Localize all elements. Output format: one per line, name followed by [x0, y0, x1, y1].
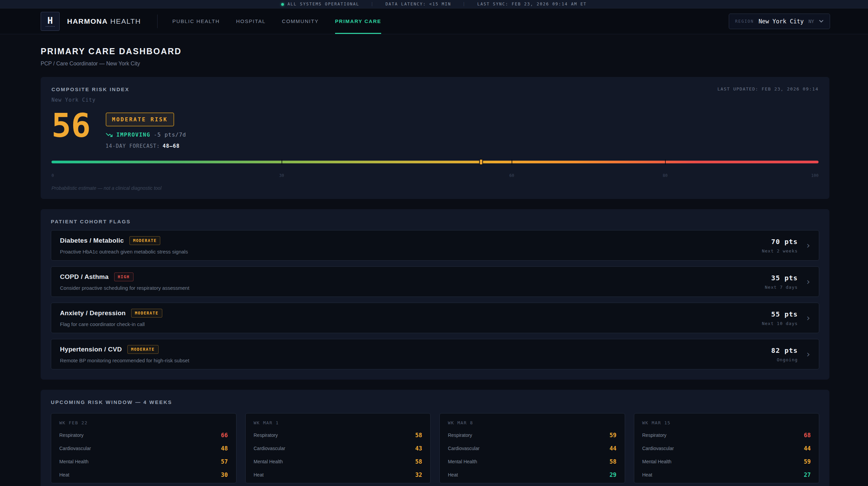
scale-tick-60: [512, 159, 512, 165]
chevron-right-icon[interactable]: ›: [807, 277, 810, 286]
harmona-logo[interactable]: H: [41, 12, 60, 31]
top-navigation: H HARMONA HEALTH PUBLIC HEALTH HOSPITAL …: [0, 8, 868, 34]
forecast-label: 14-DAY FORECAST:: [106, 143, 160, 149]
scale-tick-80: [665, 159, 666, 165]
tab-public-health[interactable]: PUBLIC HEALTH: [172, 8, 220, 34]
cohort-flags-card: PATIENT COHORT FLAGS Diabetes / Metaboli…: [41, 209, 829, 380]
week-label: WK MAR 1: [254, 420, 422, 425]
page-subtitle: PCP / Care Coordinator — New York City: [41, 61, 829, 67]
scale-label-80: 80: [663, 173, 667, 178]
metric-value: 48: [221, 445, 228, 452]
metric-value: 29: [609, 471, 616, 478]
metric-name: Heat: [448, 472, 458, 478]
cohort-row-anxiety[interactable]: Anxiety / Depression MODERATE Flag for c…: [51, 303, 819, 333]
status-dot-icon: [281, 3, 284, 6]
metric-value: 58: [415, 458, 422, 465]
metric-value: 27: [804, 471, 811, 478]
metric-value: 66: [221, 432, 228, 439]
region-value: New York City: [759, 18, 804, 25]
metric-value: 58: [415, 432, 422, 439]
metric-value: 59: [804, 458, 811, 465]
chevron-right-icon[interactable]: ›: [807, 350, 810, 359]
metric-value: 68: [804, 432, 811, 439]
composite-risk-region: New York City: [51, 97, 819, 103]
brand-name: HARMONA HEALTH: [67, 17, 141, 25]
risk-scale: [51, 159, 819, 168]
brand-secondary: HEALTH: [110, 17, 141, 25]
region-selector[interactable]: REGION New York City NY: [729, 14, 830, 29]
risk-window-title: UPCOMING RISK WINDOW — 4 WEEKS: [51, 399, 819, 405]
trend-label: IMPROVING: [117, 131, 150, 138]
system-status-bar: ALL SYSTEMS OPERATIONAL | DATA LATENCY: …: [0, 0, 868, 8]
severity-badge: MODERATE: [131, 309, 162, 318]
brand-primary: HARMONA: [67, 17, 108, 25]
metric-name: Heat: [642, 472, 653, 478]
metric-value: 32: [415, 471, 422, 478]
chevron-right-icon[interactable]: ›: [807, 313, 810, 322]
metric-name: Mental Health: [448, 459, 477, 464]
region-code: NY: [808, 19, 814, 24]
nav-tabs: PUBLIC HEALTH HOSPITAL COMMUNITY PRIMARY…: [172, 8, 381, 34]
metric-value: 30: [221, 471, 228, 478]
week-label: WK MAR 15: [642, 420, 811, 425]
cohort-window: Next 10 days: [762, 321, 798, 326]
cohort-points: 82 pts: [771, 346, 798, 355]
cohort-name: Hypertension / CVD: [60, 346, 122, 353]
week-label: WK FEB 22: [59, 420, 228, 425]
risk-scale-labels: 0 30 60 80 100: [51, 173, 819, 178]
risk-window-card: UPCOMING RISK WINDOW — 4 WEEKS WK FEB 22…: [41, 390, 829, 486]
page-title: PRIMARY CARE DASHBOARD: [41, 46, 829, 56]
last-updated: LAST UPDATED: FEB 23, 2026 09:14: [718, 86, 819, 92]
metric-name: Cardiovascular: [448, 446, 479, 451]
composite-risk-title: COMPOSITE RISK INDEX: [51, 86, 129, 92]
region-label: REGION: [735, 19, 754, 24]
tab-community[interactable]: COMMUNITY: [282, 8, 319, 34]
tab-primary-care[interactable]: PRIMARY CARE: [335, 8, 381, 34]
metric-name: Cardiovascular: [642, 446, 674, 451]
metric-name: Cardiovascular: [254, 446, 285, 451]
cohort-name: Diabetes / Metabolic: [60, 237, 124, 244]
week-card-mar1: WK MAR 1 Respiratory58 Cardiovascular43 …: [245, 413, 431, 483]
chevron-right-icon[interactable]: ›: [807, 241, 810, 250]
metric-name: Heat: [254, 472, 264, 478]
cohort-points: 70 pts: [762, 238, 798, 246]
severity-badge: HIGH: [114, 272, 133, 281]
chevron-down-icon: [819, 20, 824, 23]
status-separator: |: [463, 2, 466, 6]
trending-down-icon: [106, 132, 113, 138]
metric-name: Mental Health: [59, 459, 88, 464]
metric-value: 44: [804, 445, 811, 452]
scale-label-0: 0: [51, 173, 54, 178]
metric-value: 58: [609, 458, 616, 465]
metric-name: Heat: [59, 472, 69, 478]
risk-scale-gradient: [51, 161, 819, 163]
metric-name: Mental Health: [642, 459, 671, 464]
cohort-name: COPD / Asthma: [60, 273, 109, 281]
week-card-mar15: WK MAR 15 Respiratory68 Cardiovascular44…: [634, 413, 820, 483]
last-sync: LAST SYNC: FEB 23, 2026 09:14 AM ET: [477, 2, 587, 6]
page-header: PRIMARY CARE DASHBOARD PCP / Care Coordi…: [41, 46, 829, 67]
forecast-row: 14-DAY FORECAST:48–68: [106, 143, 186, 149]
metric-name: Respiratory: [59, 432, 84, 438]
tab-hospital[interactable]: HOSPITAL: [236, 8, 266, 34]
cohort-row-diabetes[interactable]: Diabetes / Metabolic MODERATE Proactive …: [51, 230, 819, 261]
cohort-row-copd[interactable]: COPD / Asthma HIGH Consider proactive sc…: [51, 266, 819, 297]
cohort-row-hypertension[interactable]: Hypertension / CVD MODERATE Remote BP mo…: [51, 339, 819, 369]
risk-score: 56: [51, 110, 91, 141]
composite-risk-card: COMPOSITE RISK INDEX LAST UPDATED: FEB 2…: [41, 77, 829, 199]
metric-name: Mental Health: [254, 459, 283, 464]
cohort-description: Consider proactive scheduling for respir…: [60, 285, 765, 291]
week-card-feb22: WK FEB 22 Respiratory66 Cardiovascular48…: [51, 413, 236, 483]
scale-tick-30: [282, 159, 282, 165]
risk-scale-marker: [479, 159, 483, 165]
metric-name: Respiratory: [642, 432, 667, 438]
logo-letter: H: [47, 16, 53, 25]
forecast-value: 48–68: [163, 143, 180, 149]
metric-name: Cardiovascular: [59, 446, 91, 451]
disclaimer-note: Probabilistic estimate — not a clinical …: [51, 185, 819, 191]
cohort-points: 55 pts: [762, 310, 798, 318]
severity-badge: MODERATE: [129, 236, 161, 245]
cohort-window: Ongoing: [771, 357, 798, 362]
scale-label-100: 100: [811, 173, 819, 178]
cohort-description: Flag for care coordinator check-in call: [60, 321, 762, 327]
